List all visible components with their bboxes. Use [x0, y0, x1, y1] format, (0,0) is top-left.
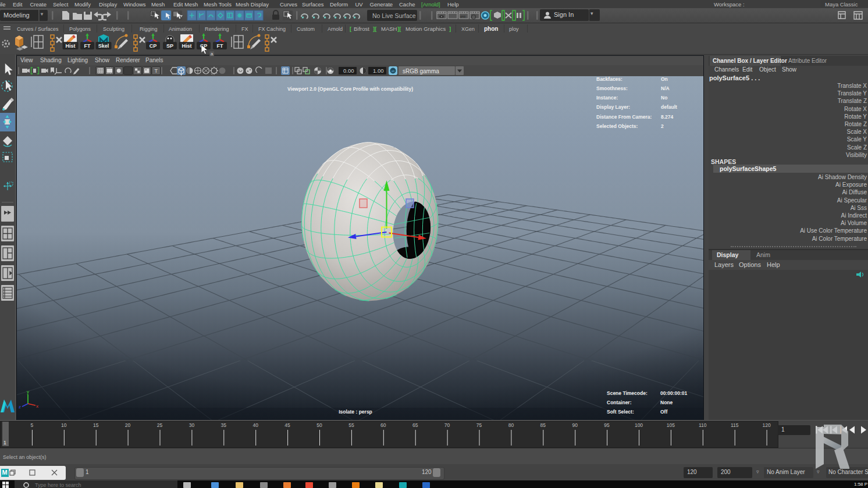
svg-text:35: 35: [221, 422, 227, 428]
svg-text:85: 85: [540, 422, 546, 428]
svg-text:1: 1: [3, 440, 6, 446]
svg-text:40: 40: [252, 422, 258, 428]
svg-text:CP: CP: [150, 43, 157, 49]
svg-text:95: 95: [604, 422, 610, 428]
svg-text:20: 20: [125, 422, 131, 428]
svg-text:SP: SP: [166, 43, 173, 49]
svg-text:Soft Select:: Soft Select:: [607, 409, 634, 415]
svg-text:0.00: 0.00: [343, 67, 354, 74]
svg-text:105: 105: [667, 422, 675, 428]
svg-text:default: default: [661, 104, 677, 110]
svg-text:sRGB gamma: sRGB gamma: [403, 68, 439, 74]
svg-text:30: 30: [189, 422, 195, 428]
svg-text:on: on: [392, 70, 395, 73]
svg-text:FT: FT: [84, 43, 91, 49]
svg-text:Container:: Container:: [607, 400, 632, 405]
svg-text:8.274: 8.274: [661, 114, 674, 120]
svg-text:No Live Surface: No Live Surface: [372, 12, 416, 19]
svg-text:Hist: Hist: [182, 43, 191, 49]
svg-text:60: 60: [380, 422, 386, 428]
svg-text:Selected Objects:: Selected Objects:: [596, 123, 638, 129]
svg-text:110: 110: [699, 422, 707, 428]
svg-text:70: 70: [444, 422, 450, 428]
svg-text:N/A: N/A: [661, 86, 670, 91]
svg-text:x: x: [36, 404, 38, 409]
svg-text:IPR: IPR: [460, 15, 465, 19]
svg-text:FT: FT: [217, 43, 223, 49]
svg-text:Viewport 2.0 (OpenGL Core Prof: Viewport 2.0 (OpenGL Core Profile with c…: [287, 86, 413, 92]
svg-text:Display Layer:: Display Layer:: [596, 104, 630, 110]
svg-text:Off: Off: [660, 409, 667, 415]
svg-text:65: 65: [412, 422, 418, 428]
svg-text:80: 80: [508, 422, 514, 428]
svg-text:90: 90: [572, 422, 578, 428]
svg-text:Isolate : persp: Isolate : persp: [339, 409, 372, 415]
svg-text:Skel: Skel: [98, 43, 109, 49]
svg-text:Hist: Hist: [65, 43, 75, 49]
svg-text:z: z: [19, 404, 21, 409]
svg-text:Scene Timecode:: Scene Timecode:: [607, 390, 648, 396]
svg-text:115: 115: [731, 422, 739, 428]
svg-text:25: 25: [157, 422, 163, 428]
svg-text:No: No: [661, 95, 667, 101]
svg-text:75: 75: [476, 422, 482, 428]
svg-text:15: 15: [93, 422, 99, 428]
svg-text:None: None: [660, 400, 673, 405]
svg-text:2: 2: [661, 123, 664, 129]
svg-text:Distance From Camera:: Distance From Camera:: [596, 114, 652, 120]
svg-text:5: 5: [31, 422, 34, 428]
svg-text:10: 10: [61, 422, 67, 428]
svg-text:On: On: [661, 76, 668, 82]
svg-text:120: 120: [763, 422, 771, 428]
svg-text:50: 50: [316, 422, 322, 428]
svg-text:T: T: [154, 68, 158, 74]
svg-text:55: 55: [348, 422, 354, 428]
svg-text:00:00:00:01: 00:00:00:01: [660, 390, 688, 396]
svg-text:Smoothness:: Smoothness:: [596, 86, 628, 91]
svg-text:1.00: 1.00: [373, 67, 384, 74]
svg-text:45: 45: [284, 422, 290, 428]
svg-text:Instance:: Instance:: [596, 95, 618, 101]
svg-text:100: 100: [635, 422, 643, 428]
svg-text:y: y: [27, 389, 29, 394]
svg-text:Backfaces:: Backfaces:: [596, 76, 622, 82]
